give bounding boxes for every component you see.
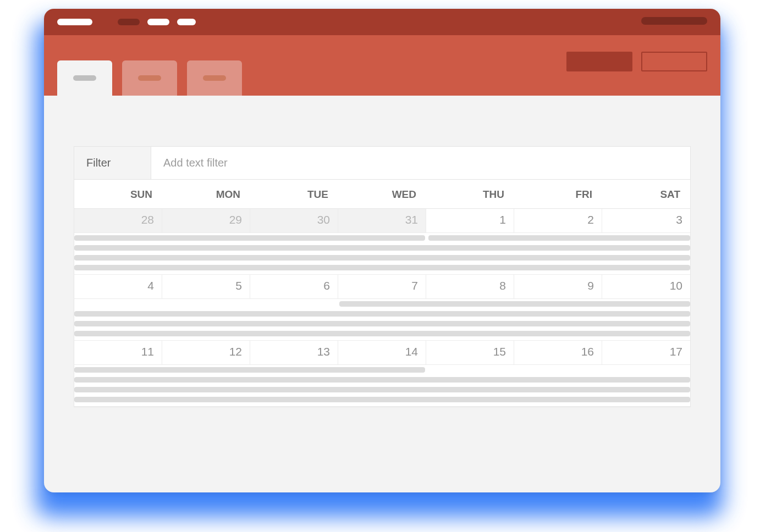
filter-input[interactable] bbox=[163, 157, 678, 169]
tab-inactive[interactable] bbox=[122, 60, 177, 96]
tabbar-actions bbox=[566, 52, 707, 71]
tabbar-button-primary[interactable] bbox=[566, 52, 632, 71]
calendar-day-row: 11121314151617 bbox=[74, 341, 690, 365]
tabbar-button-secondary[interactable] bbox=[641, 52, 707, 71]
calendar-event-bar[interactable] bbox=[74, 387, 690, 392]
app-window: Filter SUN MON TUE WED THU FRI SAT 28293… bbox=[44, 9, 720, 492]
calendar-day-cell[interactable]: 6 bbox=[250, 275, 338, 299]
titlebar-pill bbox=[641, 17, 707, 25]
tab-label-placeholder bbox=[138, 75, 161, 81]
calendar-week: 11121314151617 bbox=[74, 341, 690, 407]
calendar-day-cell[interactable]: 8 bbox=[426, 275, 514, 299]
calendar-day-cell[interactable]: 11 bbox=[74, 341, 162, 365]
calendar-day-cell[interactable]: 12 bbox=[162, 341, 250, 365]
calendar-day-cell[interactable]: 31 bbox=[338, 209, 426, 233]
calendar-event-bar[interactable] bbox=[74, 377, 690, 383]
calendar: SUN MON TUE WED THU FRI SAT 282930311234… bbox=[74, 180, 691, 407]
calendar-event-area bbox=[74, 299, 690, 341]
titlebar-pill bbox=[57, 19, 92, 25]
calendar-day-cell[interactable]: 16 bbox=[514, 341, 602, 365]
calendar-header-row: SUN MON TUE WED THU FRI SAT bbox=[74, 180, 690, 209]
calendar-event-bar[interactable] bbox=[339, 301, 690, 307]
calendar-event-area bbox=[74, 233, 690, 275]
titlebar-right-group bbox=[641, 17, 707, 27]
day-header: FRI bbox=[514, 180, 602, 209]
calendar-day-row: 45678910 bbox=[74, 275, 690, 299]
calendar-event-bar[interactable] bbox=[428, 235, 690, 241]
day-header: MON bbox=[162, 180, 250, 209]
calendar-day-cell[interactable]: 9 bbox=[514, 275, 602, 299]
day-header: SUN bbox=[74, 180, 162, 209]
calendar-day-cell[interactable]: 17 bbox=[602, 341, 690, 365]
calendar-event-bar[interactable] bbox=[74, 397, 690, 402]
calendar-event-bar[interactable] bbox=[74, 321, 690, 326]
calendar-day-cell[interactable]: 2 bbox=[514, 209, 602, 233]
tab-active[interactable] bbox=[57, 60, 112, 96]
calendar-event-bar[interactable] bbox=[74, 311, 690, 317]
calendar-day-cell[interactable]: 30 bbox=[250, 209, 338, 233]
tab-inactive[interactable] bbox=[187, 60, 242, 96]
titlebar-pill bbox=[177, 19, 196, 25]
calendar-event-bar[interactable] bbox=[74, 235, 425, 241]
calendar-event-bar[interactable] bbox=[74, 367, 425, 373]
calendar-day-cell[interactable]: 4 bbox=[74, 275, 162, 299]
titlebar-pill bbox=[147, 19, 169, 25]
tab-bar bbox=[44, 35, 720, 96]
calendar-event-bar[interactable] bbox=[74, 265, 690, 270]
calendar-day-row: 28293031123 bbox=[74, 209, 690, 233]
calendar-day-cell[interactable]: 1 bbox=[426, 209, 514, 233]
tab-label-placeholder bbox=[73, 75, 96, 81]
calendar-event-area bbox=[74, 365, 690, 407]
day-header: TUE bbox=[250, 180, 338, 209]
calendar-event-bar[interactable] bbox=[74, 255, 690, 261]
calendar-day-cell[interactable]: 15 bbox=[426, 341, 514, 365]
calendar-day-cell[interactable]: 29 bbox=[162, 209, 250, 233]
calendar-week: 45678910 bbox=[74, 275, 690, 341]
calendar-day-cell[interactable]: 5 bbox=[162, 275, 250, 299]
calendar-day-cell[interactable]: 13 bbox=[250, 341, 338, 365]
tab-label-placeholder bbox=[203, 75, 226, 81]
content-area: Filter SUN MON TUE WED THU FRI SAT 28293… bbox=[44, 96, 720, 429]
filter-label[interactable]: Filter bbox=[74, 147, 151, 179]
calendar-event-bar[interactable] bbox=[74, 245, 690, 251]
day-header: WED bbox=[338, 180, 426, 209]
calendar-event-bar[interactable] bbox=[74, 331, 690, 336]
filter-input-wrap bbox=[151, 147, 690, 179]
titlebar-pill bbox=[118, 19, 140, 25]
calendar-day-cell[interactable]: 10 bbox=[602, 275, 690, 299]
titlebar-left-group bbox=[57, 19, 196, 25]
calendar-day-cell[interactable]: 7 bbox=[338, 275, 426, 299]
calendar-day-cell[interactable]: 28 bbox=[74, 209, 162, 233]
calendar-week: 28293031123 bbox=[74, 209, 690, 275]
day-header: SAT bbox=[602, 180, 690, 209]
window-titlebar bbox=[44, 9, 720, 35]
calendar-day-cell[interactable]: 3 bbox=[602, 209, 690, 233]
day-header: THU bbox=[426, 180, 514, 209]
calendar-day-cell[interactable]: 14 bbox=[338, 341, 426, 365]
filter-bar: Filter bbox=[74, 146, 691, 180]
